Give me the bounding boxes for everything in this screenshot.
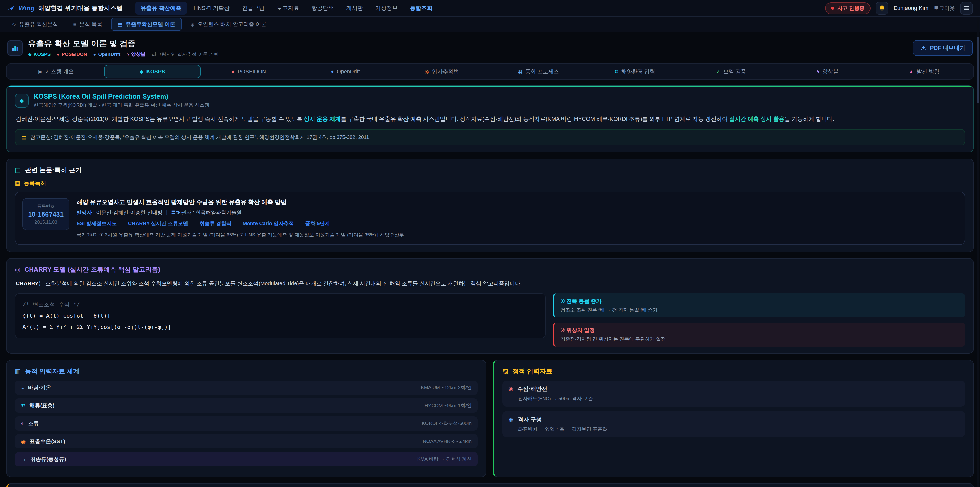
page-header: 유출유 확산 모델 이론 및 검증 ◆ KOSPS ● POSEIDON ● O… — [7, 38, 973, 58]
moon-icon: ◐ — [21, 420, 24, 426]
app-root: Wing 해양환경 위기대응 통합시스템 유출유 확산예측 HNS·대기확산 긴… — [0, 0, 980, 487]
subtab-oil-fence-theory[interactable]: ◈ 오일펜스 배치 알고리즘 이론 — [184, 18, 273, 31]
reference-text: 참고문헌: 김혜진·이문진·오세웅·강준묵, “유출유 확산 예측 모델의 상시… — [30, 134, 371, 141]
top-navbar: Wing 해양환경 위기대응 통합시스템 유출유 확산예측 HNS·대기확산 긴… — [0, 0, 980, 17]
patent-tags: ESI 방제정보지도 CHARRY 실시간 조류모델 취송류 경험식 Monte… — [76, 220, 958, 227]
scrollbar-thumb[interactable] — [977, 37, 980, 103]
tab-system-overview[interactable]: ▣ 시스템 개요 — [8, 65, 104, 78]
diamond-icon: ◆ — [28, 51, 32, 57]
papers-icon: ▤ — [15, 166, 21, 174]
dynamic-input-rows: ≈바람·기온 KMA UM·~12km·2회/일 ≋해류(표층) HYCOM·~… — [15, 380, 478, 466]
code-line-1: ζ(t) = A(t) cos[σt - θ(t)] — [22, 310, 538, 321]
pdf-export-button[interactable]: PDF 내보내기 — [913, 40, 973, 56]
circle-icon: ● — [94, 52, 96, 57]
page-icon — [7, 40, 23, 56]
charry-callouts: ① 진폭 동률 증가 검조소 조위 진폭 f배 → 전 격자 동일 f배 증가 … — [553, 294, 965, 346]
user-name[interactable]: Eunjeong Kim — [894, 5, 928, 11]
page-title-block: 유출유 확산 모델 이론 및 검증 ◆ KOSPS ● POSEIDON ● O… — [28, 38, 907, 58]
kosps-diamond-icon: ◆ — [15, 94, 29, 107]
patent-date: 2015.11.03 — [28, 220, 64, 225]
badge-kosps: ◆ KOSPS — [28, 51, 51, 57]
static-inputs-title: ▨ 정적 입력자료 — [502, 367, 965, 375]
patent-meta: 발명자 : 이문진·김혜진·이승현·전태병|특허권자 : 한국해양과학기술원 — [76, 209, 958, 216]
waves-icon: ≋ — [614, 69, 618, 75]
diamond-icon: ◆ — [140, 69, 143, 75]
notifications-button[interactable] — [876, 2, 888, 14]
menu-item-emergency-rescue[interactable]: 긴급구난 — [237, 2, 270, 14]
row-wind-driven-current: →취송류(풍성류) KMA 바람 → 경험식 계산 — [15, 452, 478, 466]
incident-status-badge[interactable]: 사고 진행중 — [825, 2, 870, 14]
tab-ocean-environment-input[interactable]: ≋ 해양환경 입력 — [587, 65, 683, 78]
page-title: 유출유 확산 모델 이론 및 검증 — [28, 38, 907, 49]
kosps-header: ◆ KOSPS (Korea Oil Spill Prediction Syst… — [15, 93, 965, 109]
tag-monte-carlo[interactable]: Monte Carlo 입자추적 — [243, 220, 294, 227]
chart-line-icon: ∿ — [12, 21, 16, 27]
reference-box: ▤ 참고문헌: 김혜진·이문진·오세웅·강준묵, “유출유 확산 예측 모델의 … — [15, 129, 965, 145]
charry-name: CHARRY — [16, 280, 38, 286]
shield-icon: ◈ — [191, 21, 194, 27]
menu-item-weather-info[interactable]: 기상정보 — [370, 2, 404, 14]
tab-poseidon[interactable]: ● POSEIDON — [200, 65, 297, 78]
subtab-analysis-list[interactable]: ≡ 분석 목록 — [67, 18, 109, 31]
target-icon: ◎ — [425, 69, 429, 75]
callout-amplitude: ① 진폭 동률 증가 검조소 조위 진폭 f배 → 전 격자 동일 f배 증가 — [553, 294, 965, 318]
inventors-label: 발명자 — [76, 210, 92, 215]
menu-item-oil-spill-prediction[interactable]: 유출유 확산예측 — [135, 2, 187, 14]
tag-wdc-formula[interactable]: 취송류 경험식 — [199, 220, 231, 227]
callout-phase: ② 위상차 일정 기준점·격자점 간 위상차는 진폭에 무관하게 일정 — [553, 323, 965, 346]
patent-info: 해양 유류오염사고 발생시 효율적인 방제방안 수립을 위한 유출유 확산 예측… — [76, 198, 958, 238]
circle-icon: ● — [232, 69, 234, 74]
scrollbar-track[interactable] — [977, 18, 980, 487]
wind-icon: ≈ — [21, 385, 24, 391]
tab-ensemble[interactable]: ϟ 앙상블 — [780, 65, 876, 78]
menu-item-hns-atmospheric[interactable]: HNS·대기확산 — [188, 2, 235, 14]
menu-item-integrated-search[interactable]: 통합조회 — [404, 2, 438, 14]
row-tidal-current: ◐조류 KORDI 조화분석·500m — [15, 416, 478, 431]
clipboard-icon: ▦ — [15, 180, 20, 187]
tab-weathering-process[interactable]: ▦ 풍화 프로세스 — [490, 65, 587, 78]
app-title: 해양환경 위기대응 통합시스템 — [38, 4, 123, 12]
tab-particle-tracking[interactable]: ◎ 입자추적법 — [393, 65, 490, 78]
callout-title: ② 위상차 일정 — [560, 327, 959, 334]
tab-future-direction[interactable]: ▲ 발전 방향 — [876, 65, 972, 78]
item-bathymetry-coastline: ◉수심·해안선 전자해도(ENC) → 500m 격자 보간 — [502, 380, 965, 407]
menu-item-board[interactable]: 게시판 — [341, 2, 369, 14]
tag-esi-map[interactable]: ESI 방제정보지도 — [76, 220, 117, 227]
subtab-spill-analysis[interactable]: ∿ 유출유 확산분석 — [5, 18, 65, 31]
check-icon: ✓ — [716, 69, 720, 75]
sub-navbar: ∿ 유출유 확산분석 ≡ 분석 목록 ▤ 유출유확산모델 이론 ◈ 오일펜스 배… — [0, 17, 980, 32]
callout-title: ① 진폭 동률 증가 — [560, 297, 959, 305]
tag-charry-model[interactable]: CHARRY 실시간 조류모델 — [128, 220, 188, 227]
circle-icon: ● — [57, 52, 59, 57]
folder-icon: ▨ — [502, 367, 508, 375]
menu-item-aerial-search[interactable]: 항공탐색 — [306, 2, 340, 14]
hamburger-menu-button[interactable] — [960, 2, 973, 14]
logout-button[interactable]: 로그아웃 — [934, 5, 955, 12]
book-icon: ▤ — [21, 134, 26, 140]
kosps-title: KOSPS (Korea Oil Spill Prediction System… — [34, 93, 209, 101]
charry-title: ◎ CHARRY 모델 (실시간 조류예측 핵심 알고리즘) — [15, 265, 965, 274]
inventors: : 이문진·김혜진·이승현·전태병 — [92, 210, 162, 215]
subtab-label: 유출유 확산분석 — [19, 21, 58, 28]
callout-body: 기준점·격자점 간 위상차는 진폭에 무관하게 일정 — [560, 336, 959, 342]
dynamic-inputs-title: ▥ 동적 입력자료 체계 — [15, 367, 478, 375]
tab-model-validation[interactable]: ✓ 모델 검증 — [683, 65, 780, 78]
wdc-section: ◺ 취송류(Wind-Driven Current) 경험식 /* 취송류 유속… — [6, 483, 974, 487]
list-icon: ≡ — [73, 21, 76, 27]
menu-item-reports[interactable]: 보고자료 — [271, 2, 305, 14]
pin-icon: ◉ — [508, 386, 513, 392]
bell-icon — [879, 5, 885, 11]
tab-kosps[interactable]: ◆ KOSPS — [104, 65, 200, 78]
tab-opendrift[interactable]: ● OpenDrift — [297, 65, 393, 78]
lightning-icon: ϟ — [127, 52, 129, 57]
tag-weathering-stages[interactable]: 풍화 5단계 — [305, 220, 330, 227]
highlight-realtime-use: 실시간 예측 상시 활용 — [729, 116, 784, 122]
waves-icon: ≋ — [21, 402, 25, 409]
grid-icon: ▦ — [508, 416, 514, 423]
patent-number-label: 등록번호 — [28, 203, 64, 209]
subtab-model-theory[interactable]: ▤ 유출유확산모델 이론 — [111, 18, 182, 31]
patent-section: ▤ 관련 논문·특허 근거 ▦ 등록특허 등록번호 10-1567431 201… — [6, 158, 974, 252]
arrow-icon: → — [21, 456, 26, 462]
brand[interactable]: Wing 해양환경 위기대응 통합시스템 — [7, 4, 123, 12]
divider: | — [166, 210, 167, 215]
